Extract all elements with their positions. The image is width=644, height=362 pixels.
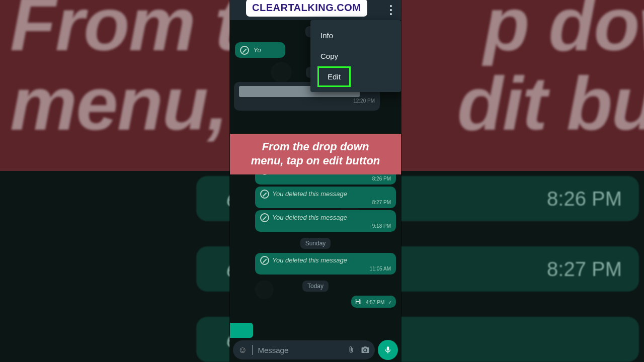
prohibited-icon	[260, 256, 269, 265]
tutorial-instruction-banner: From the drop down menu, tap on edit but…	[230, 134, 401, 174]
deleted-message-text: You deleted this message	[272, 190, 347, 198]
input-placeholder: Message	[258, 346, 342, 354]
delivered-check-icon: ✓	[388, 300, 392, 305]
deleted-message-bubble[interactable]: You deleted this message 11:05 AM	[255, 253, 396, 275]
camera-icon[interactable]	[361, 345, 370, 354]
prohibited-icon	[260, 213, 269, 222]
text-cursor	[252, 345, 253, 355]
prohibited-icon	[260, 190, 269, 199]
mic-icon	[383, 345, 392, 354]
deleted-message-bubble[interactable]: Yo	[235, 42, 285, 58]
date-separator: Today	[302, 281, 329, 292]
message-time: 8:26 PM	[260, 176, 391, 182]
emoji-icon[interactable]: ☺	[238, 345, 247, 355]
message-time: 9:18 PM	[260, 223, 391, 229]
bg-time: 8:27 PM	[547, 258, 622, 281]
deleted-message-bubble[interactable]: You deleted this message 8:27 PM	[255, 187, 396, 208]
bg-time: 8:26 PM	[547, 188, 622, 210]
message-text: Hi	[355, 298, 362, 306]
sent-message-bubble[interactable]: Hi 4:57 PM ✓	[351, 296, 396, 308]
deleted-message-text: Yo	[253, 46, 261, 54]
chat-header: CLEARTALKING.COM	[230, 0, 401, 20]
date-separator: Sunday	[300, 238, 331, 249]
message-input[interactable]: ☺ Message	[233, 340, 375, 359]
instruction-text: From the drop down menu, tap on edit but…	[233, 140, 398, 167]
deleted-message-bubble[interactable]: You deleted this message 9:18 PM	[255, 210, 396, 232]
menu-item-edit[interactable]: Edit	[317, 66, 351, 87]
message-time: 8:27 PM	[260, 200, 391, 205]
message-input-bar: ☺ Message	[230, 338, 401, 362]
deleted-message-text: You deleted this message	[272, 256, 347, 264]
menu-item-copy[interactable]: Copy	[310, 46, 401, 66]
menu-item-info[interactable]: Info	[310, 25, 401, 46]
message-time: 4:57 PM	[366, 300, 384, 305]
attach-icon[interactable]	[347, 345, 356, 354]
selection-highlight	[230, 323, 253, 338]
prohibited-icon	[240, 46, 249, 55]
voice-message-button[interactable]	[378, 340, 398, 360]
message-time: 11:05 AM	[260, 266, 391, 272]
brand-pill: CLEARTALKING.COM	[246, 0, 367, 17]
phone-screen: CLEARTALKING.COM Info Copy Edit Jun Yo J…	[230, 0, 401, 362]
overflow-menu-icon[interactable]	[386, 4, 396, 16]
message-context-menu: Info Copy Edit	[310, 20, 401, 92]
deleted-message-text: You deleted this message	[272, 214, 347, 221]
message-time: 12:20 PM	[239, 98, 375, 104]
